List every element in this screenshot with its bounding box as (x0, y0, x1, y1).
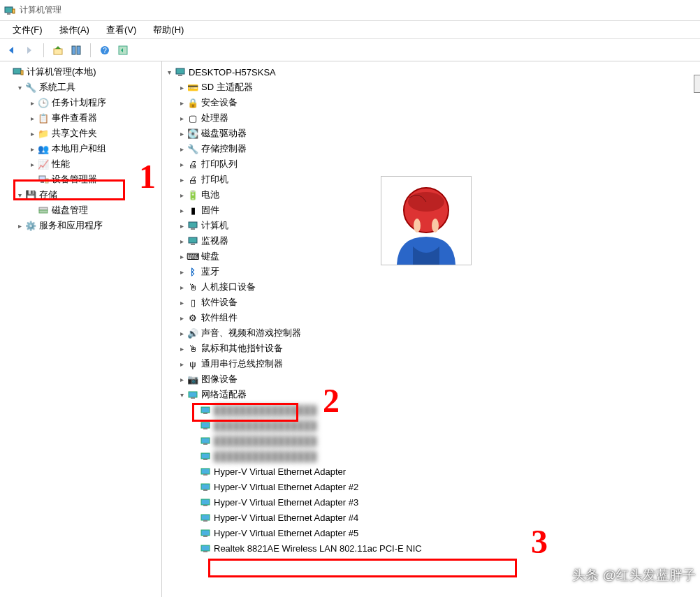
expander-icon[interactable] (176, 389, 187, 400)
svg-point-47 (414, 219, 421, 233)
svg-rect-33 (203, 474, 207, 476)
sound-icon: 🔊 (187, 327, 198, 339)
batteries-icon: 🔋 (187, 189, 198, 200)
category-hid[interactable]: 🖱 人机接口设备 (162, 279, 700, 295)
network-adapter-item[interactable]: ████████████████ (162, 433, 700, 448)
up-button[interactable] (50, 42, 66, 59)
expander-icon[interactable] (27, 112, 38, 124)
right-side-tab[interactable] (694, 75, 700, 93)
expander-icon[interactable] (176, 128, 187, 139)
expander-icon[interactable] (14, 220, 25, 231)
category-processors[interactable]: ▢ 处理器 (162, 110, 700, 126)
firmware-icon: ▮ (187, 205, 198, 216)
expander-icon[interactable] (176, 358, 187, 369)
expander-icon[interactable] (27, 159, 38, 170)
network-adapter-item[interactable]: ████████████████ (162, 448, 700, 464)
back-button[interactable] (3, 42, 20, 59)
refresh-button[interactable] (115, 42, 131, 59)
svg-rect-11 (39, 176, 45, 181)
category-usb[interactable]: ψ 通用串行总线控制器 (162, 356, 700, 371)
expander-icon[interactable] (176, 97, 187, 108)
avatar-overlay (381, 176, 472, 265)
shared-folders[interactable]: 📁 共享文件夹 (0, 126, 161, 141)
svg-rect-28 (201, 438, 210, 443)
svg-rect-43 (203, 551, 207, 552)
device-root[interactable]: DESKTOP-H57SKSA (162, 64, 700, 80)
expander-icon[interactable] (176, 266, 187, 277)
expander-icon[interactable] (176, 159, 187, 170)
task-scheduler[interactable]: 🕒 任务计划程序 (0, 95, 161, 110)
device-manager[interactable]: 设备管理器 (0, 172, 161, 187)
category-bluetooth[interactable]: ᛒ 蓝牙 (162, 264, 700, 279)
category-security_devices[interactable]: 🔒 安全设备 (162, 95, 700, 110)
local-users[interactable]: 👥 本地用户和组 (0, 141, 161, 156)
expander-icon[interactable] (27, 128, 38, 139)
clock-icon: 🕒 (38, 97, 49, 108)
category-network-adapters[interactable]: 网络适配器 (162, 387, 700, 402)
left-tree-pane[interactable]: 计算机管理(本地) 🔧 系统工具 🕒 任务计划程序 📋 事件查看器 📁 共享文件 (0, 61, 162, 597)
network-adapter-item[interactable]: Hyper-V Virtual Ethernet Adapter #3 (162, 494, 700, 510)
expander-icon[interactable] (176, 82, 187, 93)
nic-icon (200, 527, 211, 538)
category-disk_drives[interactable]: 💽 磁盘驱动器 (162, 126, 700, 141)
category-sound[interactable]: 🔊 声音、视频和游戏控制器 (162, 325, 700, 341)
svg-rect-26 (201, 422, 210, 428)
performance[interactable]: 📈 性能 (0, 156, 161, 172)
network-adapter-item[interactable]: Hyper-V Virtual Ethernet Adapter #2 (162, 479, 700, 494)
forward-button[interactable] (21, 42, 38, 59)
menu-view[interactable]: 查看(V) (98, 21, 145, 39)
expander-icon[interactable] (176, 327, 187, 339)
disk-mgmt[interactable]: 磁盘管理 (0, 202, 161, 218)
expander-icon[interactable] (163, 66, 175, 78)
network-adapter-item[interactable]: Realtek 8821AE Wireless LAN 802.11ac PCI… (162, 540, 700, 556)
storage[interactable]: 💾 存储 (0, 187, 161, 202)
nic-icon (200, 496, 211, 508)
menu-help[interactable]: 帮助(H) (145, 21, 192, 39)
category-sd_host[interactable]: 💳 SD 主适配器 (162, 80, 700, 95)
processors-icon: ▢ (187, 112, 198, 124)
right-tree-pane[interactable]: DESKTOP-H57SKSA 💳 SD 主适配器 🔒 安全设备 ▢ 处理器 💽… (162, 61, 700, 597)
system-tools[interactable]: 🔧 系统工具 (0, 80, 161, 95)
expander-icon[interactable] (176, 374, 187, 385)
computer-mgmt-icon (13, 66, 24, 78)
category-print_queues[interactable]: 🖨 打印队列 (162, 156, 700, 172)
svg-rect-19 (191, 228, 195, 230)
expander-icon[interactable] (176, 235, 187, 246)
svg-rect-5 (77, 46, 80, 54)
expander-icon[interactable] (27, 97, 38, 108)
category-software_devices[interactable]: ▯ 软件设备 (162, 295, 700, 310)
network-adapter-item[interactable]: ████████████████ (162, 402, 700, 418)
disk_drives-icon: 💽 (187, 128, 198, 139)
category-storage_controllers[interactable]: 🔧 存储控制器 (162, 141, 700, 156)
expander-icon[interactable] (14, 189, 25, 200)
expander-icon[interactable] (176, 174, 187, 185)
svg-rect-20 (189, 237, 197, 243)
nic-icon (200, 466, 211, 477)
help-button[interactable]: ? (96, 42, 113, 59)
expander-icon[interactable] (14, 82, 25, 93)
expander-icon[interactable] (27, 143, 38, 154)
expander-icon[interactable] (176, 312, 187, 323)
expander-icon[interactable] (176, 281, 187, 293)
network-adapter-item[interactable]: Hyper-V Virtual Ethernet Adapter (162, 464, 700, 479)
expander-icon[interactable] (176, 189, 187, 200)
category-imaging[interactable]: 📷 图像设备 (162, 371, 700, 387)
menu-file[interactable]: 文件(F) (4, 21, 51, 39)
expander-icon[interactable] (176, 297, 187, 308)
network-adapter-item[interactable]: ████████████████ (162, 418, 700, 433)
expander-icon[interactable] (176, 143, 187, 154)
network-adapter-item[interactable]: Hyper-V Virtual Ethernet Adapter #4 (162, 510, 700, 525)
expander-icon[interactable] (176, 220, 187, 231)
event-viewer[interactable]: 📋 事件查看器 (0, 110, 161, 126)
svg-rect-29 (203, 443, 207, 445)
expander-icon[interactable] (176, 343, 187, 354)
properties-button[interactable] (68, 42, 85, 59)
expander-icon[interactable] (176, 205, 187, 216)
tree-root[interactable]: 计算机管理(本地) (0, 64, 161, 80)
category-software_components[interactable]: ⚙ 软件组件 (162, 310, 700, 325)
expander-icon[interactable] (176, 112, 187, 124)
menu-action[interactable]: 操作(A) (51, 21, 98, 39)
category-mice[interactable]: 🖱 鼠标和其他指针设备 (162, 341, 700, 356)
network-adapter-item[interactable]: Hyper-V Virtual Ethernet Adapter #5 (162, 525, 700, 540)
services-apps[interactable]: ⚙️ 服务和应用程序 (0, 218, 161, 233)
